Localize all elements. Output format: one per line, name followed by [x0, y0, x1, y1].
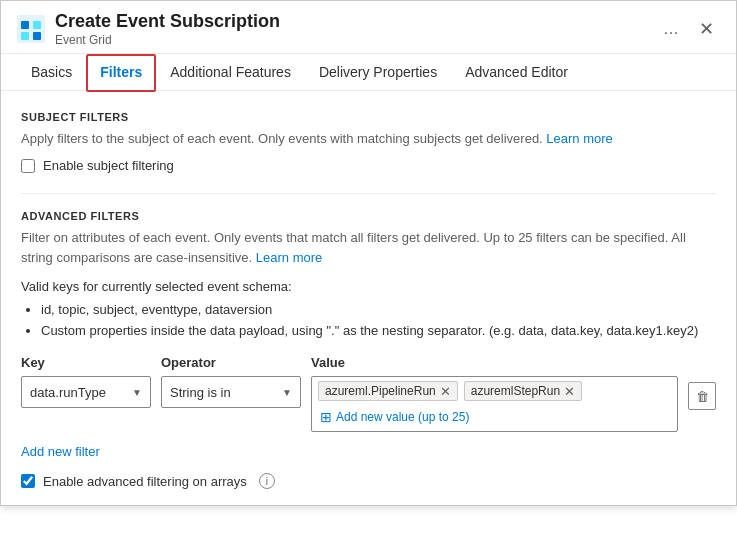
- enable-arrays-checkbox[interactable]: [21, 474, 35, 488]
- title-text-group: Create Event Subscription Event Grid: [55, 11, 657, 47]
- add-value-label: Add new value (up to 25): [336, 410, 469, 424]
- values-container: azureml.PipelineRun ✕ azuremlStepRun ✕ ⊞…: [311, 376, 678, 432]
- more-icon: …: [663, 20, 679, 37]
- advanced-filters-title: ADVANCED FILTERS: [21, 210, 716, 222]
- subject-filters-desc: Apply filters to the subject of each eve…: [21, 129, 716, 149]
- add-filter-label: Add new filter: [21, 444, 100, 459]
- valid-key-item-2: Custom properties inside the data payloa…: [41, 321, 716, 342]
- tab-filters[interactable]: Filters: [86, 54, 156, 92]
- tab-advanced[interactable]: Advanced Editor: [451, 54, 582, 90]
- filter-values-container-col: azureml.PipelineRun ✕ azuremlStepRun ✕ ⊞…: [311, 376, 678, 432]
- operator-dropdown-chevron-icon: ▼: [282, 387, 292, 398]
- subject-filters-desc-text: Apply filters to the subject of each eve…: [21, 131, 546, 146]
- filter-operator-dropdown: String is in ▼: [161, 376, 301, 408]
- filter-table: Key Operator Value data.runType ▼ String…: [21, 355, 716, 432]
- close-icon: ✕: [699, 19, 714, 39]
- enable-subject-filtering-row: Enable subject filtering: [21, 158, 716, 173]
- add-value-icon: ⊞: [320, 409, 332, 425]
- enable-subject-filtering-label[interactable]: Enable subject filtering: [43, 158, 174, 173]
- event-grid-icon: [17, 15, 45, 43]
- subject-filters-title: SUBJECT FILTERS: [21, 111, 716, 123]
- svg-rect-1: [21, 21, 29, 29]
- enable-subject-filtering-checkbox[interactable]: [21, 159, 35, 173]
- tag-pipeline-run-close[interactable]: ✕: [440, 385, 451, 398]
- svg-rect-4: [33, 32, 41, 40]
- subject-filters-section: SUBJECT FILTERS Apply filters to the sub…: [21, 111, 716, 174]
- tab-delivery[interactable]: Delivery Properties: [305, 54, 451, 90]
- enable-arrays-row: Enable advanced filtering on arrays i: [21, 473, 716, 489]
- valid-keys-section: Valid keys for currently selected event …: [21, 277, 716, 341]
- close-button[interactable]: ✕: [693, 16, 720, 42]
- delete-filter-button[interactable]: 🗑: [688, 382, 716, 410]
- svg-rect-3: [21, 32, 29, 40]
- operator-dropdown-value: String is in: [170, 385, 231, 400]
- key-dropdown-value: data.runType: [30, 385, 106, 400]
- subject-filters-learn-more[interactable]: Learn more: [546, 131, 612, 146]
- more-options-button[interactable]: …: [657, 18, 685, 40]
- enable-arrays-label[interactable]: Enable advanced filtering on arrays: [43, 474, 247, 489]
- filter-headers: Key Operator Value: [21, 355, 716, 370]
- tag-step-run: azuremlStepRun ✕: [464, 381, 582, 401]
- col-header-key: Key: [21, 355, 151, 370]
- filter-delete-col: 🗑: [688, 376, 716, 410]
- tab-bar: Basics Filters Additional Features Deliv…: [1, 54, 736, 91]
- add-new-filter-button[interactable]: Add new filter: [21, 444, 100, 459]
- create-event-subscription-window: Create Event Subscription Event Grid … ✕…: [0, 0, 737, 506]
- info-icon[interactable]: i: [259, 473, 275, 489]
- tab-basics[interactable]: Basics: [17, 54, 86, 90]
- filter-key-dropdown: data.runType ▼: [21, 376, 151, 408]
- title-actions: … ✕: [657, 16, 720, 42]
- section-divider: [21, 193, 716, 194]
- valid-keys-label: Valid keys for currently selected event …: [21, 279, 292, 294]
- operator-dropdown-button[interactable]: String is in ▼: [161, 376, 301, 408]
- valid-key-item-1: id, topic, subject, eventtype, dataversi…: [41, 300, 716, 321]
- advanced-filters-desc-text: Filter on attributes of each event. Only…: [21, 230, 686, 265]
- advanced-filters-desc: Filter on attributes of each event. Only…: [21, 228, 716, 267]
- tag-pipeline-run-label: azureml.PipelineRun: [325, 384, 436, 398]
- tag-step-run-close[interactable]: ✕: [564, 385, 575, 398]
- window-title: Create Event Subscription: [55, 11, 657, 33]
- col-header-value: Value: [311, 355, 716, 370]
- key-dropdown-chevron-icon: ▼: [132, 387, 142, 398]
- advanced-filters-learn-more[interactable]: Learn more: [256, 250, 322, 265]
- svg-rect-2: [33, 21, 41, 29]
- advanced-filters-section: ADVANCED FILTERS Filter on attributes of…: [21, 210, 716, 489]
- delete-icon: 🗑: [696, 389, 709, 404]
- tag-step-run-label: azuremlStepRun: [471, 384, 560, 398]
- tab-additional[interactable]: Additional Features: [156, 54, 305, 90]
- valid-keys-list: id, topic, subject, eventtype, dataversi…: [41, 300, 716, 342]
- tag-pipeline-run: azureml.PipelineRun ✕: [318, 381, 458, 401]
- col-header-operator: Operator: [161, 355, 301, 370]
- key-dropdown-button[interactable]: data.runType ▼: [21, 376, 151, 408]
- window-subtitle: Event Grid: [55, 33, 657, 47]
- title-bar: Create Event Subscription Event Grid … ✕: [1, 1, 736, 54]
- add-value-button[interactable]: ⊞ Add new value (up to 25): [318, 407, 471, 427]
- filter-row: data.runType ▼ String is in ▼ a: [21, 376, 716, 432]
- content-area: SUBJECT FILTERS Apply filters to the sub…: [1, 91, 736, 506]
